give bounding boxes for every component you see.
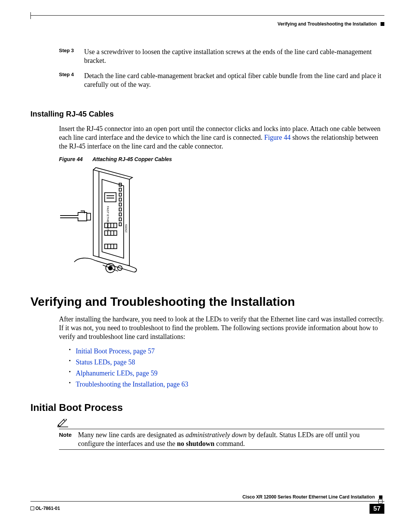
text-command: no shutdown: [177, 440, 215, 447]
heading-initial-boot: Initial Boot Process: [30, 402, 384, 414]
svg-rect-7: [119, 213, 121, 216]
link-alphanumeric-leds[interactable]: Alphanumeric LEDs, page 59: [76, 369, 158, 377]
rj45-illustration-icon: FAST ETHERNET 25059: [57, 166, 147, 280]
link-status-leds[interactable]: Status LEDs, page 58: [76, 358, 135, 366]
figure-label-fast-ethernet: FAST ETHERNET: [106, 206, 110, 231]
step-row: Step 4 Detach the line card cable-manage…: [59, 72, 384, 89]
figure-ref-link[interactable]: Figure 44: [264, 134, 291, 141]
step-body: Detach the line card cable-management br…: [84, 72, 384, 89]
svg-rect-3: [119, 193, 121, 196]
footer-book-title: Cisco XR 12000 Series Router Ethernet Li…: [242, 494, 375, 500]
svg-rect-5: [119, 203, 121, 206]
note-pencil-icon: [57, 419, 384, 430]
header-chapter-title: Verifying and Troubleshooting the Instal…: [277, 21, 377, 27]
step-label: Step 4: [59, 72, 84, 89]
footer-rule: [30, 501, 384, 502]
list-item: Alphanumeric LEDs, page 59: [69, 368, 384, 379]
step-row: Step 3 Use a screwdriver to loosen the c…: [59, 48, 384, 65]
content-area: Step 3 Use a screwdriver to loosen the c…: [59, 48, 384, 450]
list-item: Initial Boot Process, page 57: [69, 346, 384, 357]
note-row: Note Many new line cards are designated …: [59, 429, 384, 450]
svg-rect-13: [87, 213, 91, 220]
header-tick: [30, 12, 31, 19]
text: command.: [214, 440, 245, 447]
footer-square-icon: [379, 495, 382, 499]
step-label: Step 3: [59, 48, 84, 65]
svg-rect-4: [119, 198, 121, 201]
svg-rect-0: [105, 193, 116, 202]
header-square-icon: [381, 22, 384, 26]
page: Verifying and Troubleshooting the Instal…: [0, 0, 411, 532]
text-emphasis: administratively down: [185, 431, 247, 439]
footer-doc-id: OL-7861-01: [35, 506, 60, 511]
link-initial-boot[interactable]: Initial Boot Process, page 57: [76, 347, 155, 355]
figure-rj45-diagram: FAST ETHERNET 25059: [57, 166, 147, 280]
footer-left-square-icon: [30, 506, 34, 510]
figure-caption: Figure 44 Attaching RJ-45 Copper Cables: [59, 156, 384, 162]
link-troubleshooting[interactable]: Troubleshooting the Installation, page 6…: [76, 380, 188, 388]
header-rule: [30, 15, 384, 16]
figure-title: Attaching RJ-45 Copper Cables: [92, 156, 172, 162]
svg-rect-8: [119, 218, 121, 221]
note-label: Note: [59, 431, 78, 448]
paragraph: After installing the hardware, you need …: [59, 315, 384, 341]
heading-verifying: Verifying and Troubleshooting the Instal…: [30, 295, 384, 309]
figure-id-label: 25059: [124, 224, 128, 233]
svg-rect-2: [119, 188, 121, 191]
section-links-list: Initial Boot Process, page 57 Status LED…: [59, 346, 384, 390]
svg-rect-6: [119, 208, 121, 211]
heading-installing-rj45: Installing RJ-45 Cables: [30, 110, 384, 118]
paragraph: Insert the RJ-45 connector into an open …: [59, 125, 384, 151]
note-body: Many new line cards are designated as ad…: [78, 431, 384, 448]
note-block: Note Many new line cards are designated …: [59, 419, 384, 450]
header-right: Verifying and Troubleshooting the Instal…: [277, 21, 384, 27]
text: Many new line cards are designated as: [78, 431, 185, 439]
step-body: Use a screwdriver to loosen the captive …: [84, 48, 384, 65]
page-number: 57: [370, 504, 384, 514]
list-item: Status LEDs, page 58: [69, 357, 384, 368]
svg-rect-9: [119, 223, 121, 226]
figure-number: Figure 44: [59, 156, 83, 162]
list-item: Troubleshooting the Installation, page 6…: [69, 379, 384, 390]
